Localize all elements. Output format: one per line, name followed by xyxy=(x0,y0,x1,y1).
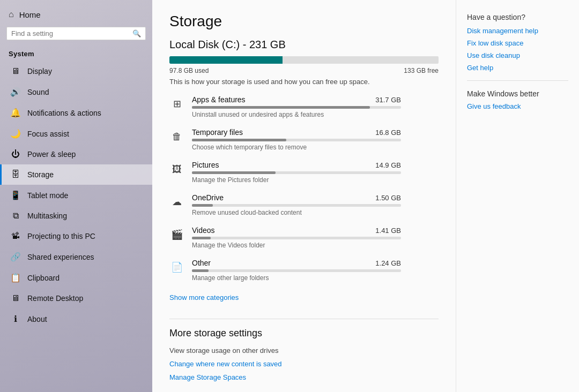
show-more-link[interactable]: Show more categories xyxy=(169,293,239,301)
storage-item-size-2: 14.9 GB xyxy=(375,161,401,169)
storage-item-bar-fill-2 xyxy=(192,171,276,174)
more-settings-link-0: View storage usage on other drives xyxy=(169,346,439,355)
pictures-icon: 🖼 xyxy=(169,162,184,177)
used-label: 97.8 GB used xyxy=(169,67,209,74)
right-panel-link-0[interactable]: Disk management help xyxy=(467,27,568,35)
display-icon: 🖥 xyxy=(10,66,21,76)
power-icon: ⏻ xyxy=(10,149,21,159)
sidebar-item-notifications[interactable]: 🔔 Notifications & actions xyxy=(0,102,152,123)
storage-item-5[interactable]: 📄 Other 1.24 GB Manage other large folde… xyxy=(169,259,439,282)
storage-item-header-2: Pictures 14.9 GB xyxy=(192,161,401,169)
storage-item-name-5: Other xyxy=(192,259,211,267)
storage-item-size-1: 16.8 GB xyxy=(375,129,401,137)
more-settings-title: More storage settings xyxy=(169,328,439,339)
remote-icon: 🖥 xyxy=(10,293,21,303)
sound-icon: 🔊 xyxy=(10,87,21,97)
sidebar-item-clipboard[interactable]: 📋 Clipboard xyxy=(0,267,152,288)
storage-item-desc-2: Manage the Pictures folder xyxy=(192,176,401,184)
sidebar-item-display[interactable]: 🖥 Display xyxy=(0,61,152,81)
disk-title: Local Disk (C:) - 231 GB xyxy=(169,39,439,51)
temp-icon: 🗑 xyxy=(169,129,184,144)
right-panel-links: Disk management helpFix low disk spaceUs… xyxy=(467,27,568,72)
storage-item-bar-fill-0 xyxy=(192,106,370,109)
sidebar-home[interactable]: ⌂ Home xyxy=(0,0,152,25)
storage-item-1[interactable]: 🗑 Temporary files 16.8 GB Choose which t… xyxy=(169,128,439,151)
storage-item-name-4: Videos xyxy=(192,226,215,235)
storage-item-header-0: Apps & features 31.7 GB xyxy=(192,95,401,104)
storage-item-4[interactable]: 🎬 Videos 1.41 GB Manage the Videos folde… xyxy=(169,226,439,249)
storage-item-bar-container-0 xyxy=(192,106,401,109)
storage-item-name-1: Temporary files xyxy=(192,128,243,137)
sidebar-items-list: 🖥 Display 🔊 Sound 🔔 Notifications & acti… xyxy=(0,61,152,329)
right-panel-link-2[interactable]: Use disk cleanup xyxy=(467,51,568,59)
projecting-icon: 📽 xyxy=(10,231,21,241)
storage-item-desc-4: Manage the Videos folder xyxy=(192,242,401,249)
about-icon: ℹ xyxy=(10,314,21,324)
right-panel-make-better: Make Windows better xyxy=(467,89,568,98)
more-settings-links: View storage usage on other drivesChange… xyxy=(169,346,439,381)
sidebar-item-multitasking[interactable]: ⧉ Multitasking xyxy=(0,206,152,226)
right-panel: Have a question? Disk management helpFix… xyxy=(456,0,579,392)
storage-item-content-4: Videos 1.41 GB Manage the Videos folder xyxy=(192,226,401,249)
storage-item-bar-container-2 xyxy=(192,171,401,174)
storage-item-desc-1: Choose which temporary files to remove xyxy=(192,144,401,151)
storage-item-desc-3: Remove unused cloud-backed content xyxy=(192,209,401,216)
sidebar-item-sound[interactable]: 🔊 Sound xyxy=(0,81,152,102)
storage-item-bar-fill-5 xyxy=(192,269,209,272)
sidebar-item-shared[interactable]: 🔗 Shared experiences xyxy=(0,246,152,267)
notifications-icon: 🔔 xyxy=(10,108,21,118)
sidebar-item-storage[interactable]: 🗄 Storage xyxy=(0,164,152,185)
shared-icon: 🔗 xyxy=(10,252,21,262)
sidebar-item-power[interactable]: ⏻ Power & sleep xyxy=(0,144,152,164)
free-label: 133 GB free xyxy=(404,67,439,74)
storage-item-size-5: 1.24 GB xyxy=(375,259,401,267)
right-panel-divider xyxy=(467,80,568,81)
storage-item-bar-fill-1 xyxy=(192,139,286,141)
sidebar-item-label-notifications: Notifications & actions xyxy=(27,109,101,117)
storage-bar-labels: 97.8 GB used 133 GB free xyxy=(169,67,439,74)
storage-item-size-0: 31.7 GB xyxy=(375,96,401,104)
page-title: Storage xyxy=(169,13,439,30)
feedback-link[interactable]: Give us feedback xyxy=(467,102,568,110)
storage-item-bar-container-1 xyxy=(192,139,401,141)
sidebar-item-focus[interactable]: 🌙 Focus assist xyxy=(0,123,152,144)
storage-item-header-4: Videos 1.41 GB xyxy=(192,226,401,235)
storage-item-name-2: Pictures xyxy=(192,161,219,169)
storage-item-bar-fill-4 xyxy=(192,237,211,239)
right-panel-link-3[interactable]: Get help xyxy=(467,64,568,72)
search-input[interactable] xyxy=(11,29,132,37)
storage-item-2[interactable]: 🖼 Pictures 14.9 GB Manage the Pictures f… xyxy=(169,161,439,184)
sidebar-item-label-storage: Storage xyxy=(27,170,54,179)
sidebar-item-label-multitasking: Multitasking xyxy=(27,212,67,220)
right-panel-link-1[interactable]: Fix low disk space xyxy=(467,39,568,47)
storage-item-bar-fill-3 xyxy=(192,204,213,207)
clipboard-icon: 📋 xyxy=(10,273,21,283)
storage-item-0[interactable]: ⊞ Apps & features 31.7 GB Uninstall unus… xyxy=(169,95,439,118)
sidebar-item-label-clipboard: Clipboard xyxy=(27,274,60,282)
sidebar-home-label: Home xyxy=(19,10,41,19)
sidebar-item-label-sound: Sound xyxy=(27,88,49,96)
storage-item-name-0: Apps & features xyxy=(192,95,246,104)
home-icon: ⌂ xyxy=(9,10,14,19)
sidebar-item-remote[interactable]: 🖥 Remote Desktop xyxy=(0,288,152,308)
section-divider xyxy=(169,319,439,319)
storage-item-size-4: 1.41 GB xyxy=(375,227,401,235)
right-panel-question: Have a question? xyxy=(467,13,568,21)
sidebar-item-label-projecting: Projecting to this PC xyxy=(27,232,95,240)
storage-item-content-0: Apps & features 31.7 GB Uninstall unused… xyxy=(192,95,401,118)
focus-icon: 🌙 xyxy=(10,129,21,139)
storage-item-header-5: Other 1.24 GB xyxy=(192,259,401,267)
storage-item-header-1: Temporary files 16.8 GB xyxy=(192,128,401,137)
sidebar-search-box[interactable]: 🔍 xyxy=(6,27,146,40)
storage-item-3[interactable]: ☁ OneDrive 1.50 GB Remove unused cloud-b… xyxy=(169,193,439,216)
storage-items-list: ⊞ Apps & features 31.7 GB Uninstall unus… xyxy=(169,95,439,282)
sidebar-item-tablet[interactable]: 📱 Tablet mode xyxy=(0,185,152,206)
videos-icon: 🎬 xyxy=(169,227,184,242)
more-settings-link-1[interactable]: Change where new content is saved xyxy=(169,360,439,368)
sidebar-item-about[interactable]: ℹ About xyxy=(0,308,152,329)
more-settings-link-2[interactable]: Manage Storage Spaces xyxy=(169,373,439,381)
sidebar-item-projecting[interactable]: 📽 Projecting to this PC xyxy=(0,226,152,246)
multitasking-icon: ⧉ xyxy=(10,211,21,221)
sidebar-item-label-about: About xyxy=(27,315,47,323)
storage-item-bar-container-3 xyxy=(192,204,401,207)
